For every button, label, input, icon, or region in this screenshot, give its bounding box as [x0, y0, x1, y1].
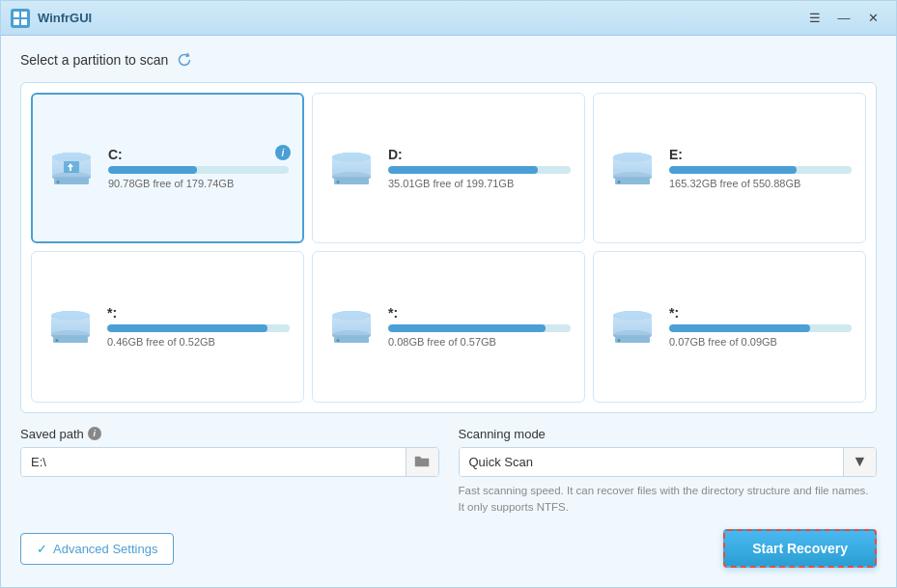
- partition-label-3: *:: [107, 305, 290, 321]
- svg-rect-0: [14, 12, 19, 17]
- svg-point-64: [618, 339, 621, 342]
- partition-info-5: *: 0.07GB free of 0.09GB: [669, 305, 852, 348]
- partition-item-4[interactable]: *: 0.08GB free of 0.57GB: [312, 251, 585, 402]
- scan-description: Fast scanning speed. It can recover file…: [459, 483, 878, 517]
- main-window: WinfrGUI ☰ — ✕ Select a partition to sca…: [0, 0, 897, 588]
- window-title: WinfrGUI: [38, 11, 801, 25]
- check-icon: ✓: [37, 542, 47, 556]
- svg-rect-1: [21, 12, 27, 17]
- start-recovery-button[interactable]: Start Recovery: [723, 529, 877, 568]
- partition-info-1: D: 35.01GB free of 199.71GB: [388, 147, 571, 189]
- refresh-icon[interactable]: [176, 51, 193, 69]
- svg-point-34: [618, 181, 621, 183]
- partition-label-5: *:: [669, 305, 852, 321]
- partition-bar-1: [388, 166, 571, 174]
- path-input-wrapper: [20, 447, 439, 477]
- partition-bar-fill-4: [388, 324, 546, 332]
- partition-item-1[interactable]: D: 35.01GB free of 199.71GB: [312, 93, 585, 243]
- scan-mode-select[interactable]: Quick Scan Deep Scan: [460, 448, 844, 476]
- partition-bar-2: [669, 166, 852, 174]
- close-button[interactable]: ✕: [859, 8, 886, 29]
- path-input[interactable]: [21, 448, 406, 476]
- partition-bar-5: [669, 324, 852, 332]
- bottom-section: Saved path i Scanning mode: [20, 427, 877, 517]
- partition-size-4: 0.08GB free of 0.57GB: [388, 336, 571, 348]
- section-header: Select a partition to scan: [20, 51, 877, 69]
- partition-grid: i C: 90.78GB free of 179.74GB D:: [20, 82, 877, 413]
- folder-browse-button[interactable]: [406, 448, 438, 476]
- partition-item-3[interactable]: *: 0.46GB free of 0.52GB: [31, 251, 304, 402]
- partition-bar-4: [388, 324, 571, 332]
- main-content: Select a partition to scan: [1, 36, 896, 587]
- saved-path-label: Saved path i: [20, 427, 439, 441]
- saved-path-help-icon[interactable]: i: [88, 427, 101, 440]
- advanced-settings-button[interactable]: ✓ Advanced Settings: [20, 533, 174, 565]
- partition-label-0: C:: [108, 147, 289, 162]
- footer: ✓ Advanced Settings Start Recovery: [20, 529, 877, 572]
- partition-info-0: i C: 90.78GB free of 179.74GB: [108, 147, 289, 189]
- titlebar: WinfrGUI ☰ — ✕: [1, 1, 896, 36]
- svg-point-14: [57, 181, 60, 183]
- saved-path-section: Saved path i: [20, 427, 439, 477]
- partition-bar-fill-1: [388, 166, 538, 174]
- partition-bar-fill-0: [108, 166, 197, 174]
- partition-size-5: 0.07GB free of 0.09GB: [669, 336, 852, 348]
- scan-select-wrapper: Quick Scan Deep Scan ▼: [459, 447, 878, 477]
- partition-info-4: *: 0.08GB free of 0.57GB: [388, 305, 571, 348]
- svg-point-54: [337, 339, 340, 342]
- partition-size-3: 0.46GB free of 0.52GB: [107, 336, 290, 348]
- partition-size-0: 90.78GB free of 179.74GB: [108, 178, 289, 189]
- window-controls: ☰ — ✕: [801, 8, 886, 29]
- partition-size-2: 165.32GB free of 550.88GB: [669, 178, 852, 189]
- minimize-button[interactable]: —: [830, 8, 857, 29]
- partition-bar-0: [108, 166, 289, 174]
- partition-info-3: *: 0.46GB free of 0.52GB: [107, 305, 290, 348]
- svg-point-24: [337, 181, 340, 183]
- partition-item-0[interactable]: i C: 90.78GB free of 179.74GB: [31, 93, 304, 243]
- scanning-mode-label: Scanning mode: [459, 427, 878, 441]
- partition-label-4: *:: [388, 305, 571, 321]
- partition-bar-fill-3: [107, 324, 267, 332]
- partition-size-1: 35.01GB free of 199.71GB: [388, 178, 571, 189]
- partition-item-2[interactable]: E: 165.32GB free of 550.88GB: [593, 93, 866, 243]
- partition-info-2: E: 165.32GB free of 550.88GB: [669, 147, 852, 189]
- info-icon: i: [275, 145, 291, 160]
- svg-rect-41: [51, 316, 90, 335]
- scanning-mode-section: Scanning mode Quick Scan Deep Scan ▼ Fas…: [459, 427, 878, 517]
- section-title: Select a partition to scan: [20, 52, 168, 68]
- menu-button[interactable]: ☰: [801, 8, 828, 29]
- partition-label-2: E:: [669, 147, 852, 162]
- svg-point-44: [56, 339, 59, 342]
- app-icon: [11, 9, 30, 28]
- partition-bar-fill-2: [669, 166, 797, 174]
- svg-rect-2: [14, 19, 19, 25]
- svg-rect-31: [613, 157, 652, 177]
- partition-bar-3: [107, 324, 290, 332]
- svg-rect-51: [332, 316, 371, 335]
- partition-item-5[interactable]: *: 0.07GB free of 0.09GB: [593, 251, 866, 402]
- svg-rect-61: [613, 316, 652, 335]
- select-arrow-icon: ▼: [843, 448, 876, 476]
- partition-label-1: D:: [388, 147, 571, 162]
- svg-rect-3: [21, 19, 27, 25]
- partition-bar-fill-5: [669, 324, 810, 332]
- svg-rect-21: [332, 157, 371, 177]
